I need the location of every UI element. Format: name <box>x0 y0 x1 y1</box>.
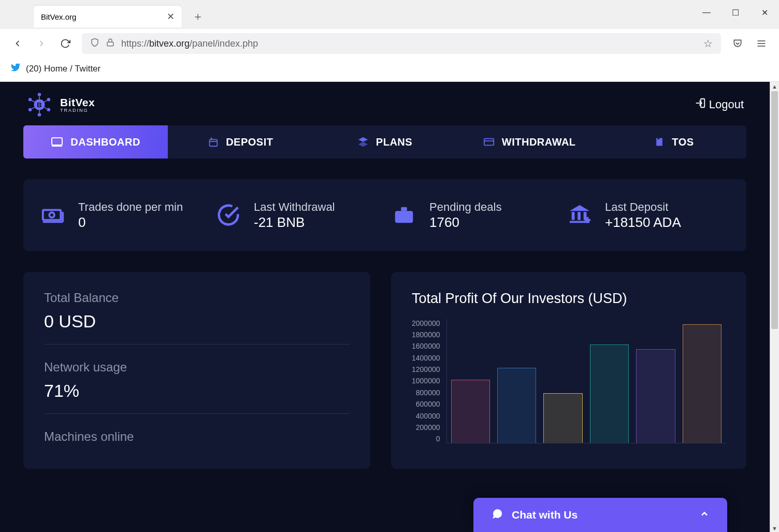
svg-rect-31 <box>43 210 61 220</box>
chat-widget[interactable]: Chat with Us <box>473 498 727 532</box>
svg-rect-38 <box>572 212 575 220</box>
bank-plus-icon <box>566 201 594 229</box>
total-balance-label: Total Balance <box>44 291 350 305</box>
svg-marker-37 <box>570 205 589 211</box>
scroll-down-icon[interactable]: ▼ <box>770 524 779 532</box>
svg-text:B: B <box>37 101 41 109</box>
chart-bar <box>451 380 490 443</box>
window-minimize-button[interactable]: — <box>692 0 721 25</box>
brand-name: BitVex <box>60 96 95 108</box>
nav-deposit[interactable]: DEPOSIT <box>168 125 312 159</box>
svg-point-7 <box>47 108 51 112</box>
brand-subtitle: TRADING <box>60 108 95 113</box>
nav-tos[interactable]: TOS <box>602 125 746 159</box>
svg-line-12 <box>44 100 47 102</box>
vertical-scrollbar[interactable]: ▲ ▼ <box>770 82 779 532</box>
shield-icon <box>90 38 99 50</box>
briefcase-icon <box>390 201 418 229</box>
scroll-thumb[interactable] <box>771 91 778 329</box>
tab-close-icon[interactable]: ✕ <box>167 11 175 22</box>
svg-line-16 <box>32 100 35 102</box>
pocket-icon[interactable] <box>730 36 745 51</box>
chart-bar <box>543 393 582 443</box>
logout-icon <box>695 97 706 112</box>
chart-bar <box>497 368 536 443</box>
machines-online-label: Machines online <box>44 429 350 444</box>
chart-title: Total Profit Of Our Investors (USD) <box>412 291 726 307</box>
menu-icon[interactable] <box>754 36 769 51</box>
stat-trades: Trades done per min 0 <box>39 200 204 231</box>
stat-last-deposit: Last Deposit +18150 ADA <box>566 200 731 231</box>
reload-button[interactable] <box>58 36 73 51</box>
network-usage-label: Network usage <box>44 360 350 375</box>
chart-bar <box>636 349 675 442</box>
money-icon <box>39 201 67 229</box>
lock-icon <box>106 38 115 50</box>
url-text: https://bitvex.org/panel/index.php <box>121 38 258 49</box>
window-close-button[interactable]: ✕ <box>750 0 779 25</box>
address-bar[interactable]: https://bitvex.org/panel/index.php ☆ <box>82 33 721 54</box>
svg-point-6 <box>47 98 51 102</box>
check-circle-icon <box>214 201 242 229</box>
svg-point-10 <box>28 98 32 102</box>
svg-marker-25 <box>358 137 368 142</box>
main-nav: DASHBOARD DEPOSIT PLANS WITHDRAWAL TOS <box>23 125 746 159</box>
document-icon <box>654 137 665 147</box>
svg-rect-21 <box>210 139 218 146</box>
forward-button[interactable] <box>34 36 49 51</box>
logo-icon: B <box>26 91 53 118</box>
svg-rect-0 <box>107 42 113 46</box>
total-balance-value: 0 USD <box>44 311 350 332</box>
stat-pending-deals: Pending deals 1760 <box>390 200 555 231</box>
nav-dashboard[interactable]: DASHBOARD <box>23 125 168 159</box>
nav-withdrawal[interactable]: WITHDRAWAL <box>457 125 602 159</box>
svg-rect-30 <box>658 137 659 139</box>
window-maximize-button[interactable]: ☐ <box>721 0 750 25</box>
svg-rect-35 <box>395 211 413 223</box>
svg-point-9 <box>28 108 32 112</box>
chart-bar <box>590 344 629 443</box>
deposit-icon <box>207 136 219 148</box>
svg-line-13 <box>44 107 47 109</box>
twitter-icon <box>10 62 21 75</box>
monitor-icon <box>51 136 63 148</box>
layers-icon <box>357 136 369 148</box>
page-content: B BitVex TRADING Logout DASHBOARD <box>0 82 770 532</box>
chart-bar <box>683 324 722 442</box>
svg-point-5 <box>38 93 41 96</box>
chart-plot <box>446 319 726 443</box>
svg-point-32 <box>49 212 54 218</box>
svg-rect-40 <box>584 212 587 220</box>
svg-rect-36 <box>401 207 407 211</box>
svg-line-15 <box>32 107 35 109</box>
stats-bar: Trades done per min 0 Last Withdrawal -2… <box>23 179 746 251</box>
svg-marker-26 <box>358 142 368 147</box>
tab-title: BitVex.org <box>41 12 76 21</box>
svg-point-8 <box>38 113 41 117</box>
brand-logo[interactable]: B BitVex TRADING <box>26 91 95 118</box>
card-icon <box>483 136 495 148</box>
svg-rect-27 <box>484 139 494 146</box>
svg-rect-19 <box>52 138 62 145</box>
chart-panel: Total Profit Of Our Investors (USD) 2000… <box>391 272 746 469</box>
logout-button[interactable]: Logout <box>695 97 744 112</box>
nav-plans[interactable]: PLANS <box>312 125 457 159</box>
svg-rect-41 <box>570 221 589 223</box>
chat-icon <box>491 508 503 523</box>
back-button[interactable] <box>10 36 25 51</box>
bookmark-link[interactable]: (20) Home / Twitter <box>26 64 100 74</box>
new-tab-button[interactable]: ＋ <box>192 9 204 24</box>
network-usage-value: 71% <box>44 381 350 401</box>
stat-last-withdrawal: Last Withdrawal -21 BNB <box>214 200 380 231</box>
bookmark-star-icon[interactable]: ☆ <box>703 37 713 50</box>
chart-y-axis: 2000000180000016000001400000120000010000… <box>412 319 440 443</box>
svg-rect-39 <box>578 212 581 220</box>
browser-tab[interactable]: BitVex.org ✕ <box>34 6 182 27</box>
balance-panel: Total Balance 0 USD Network usage 71% Ma… <box>23 272 370 469</box>
scroll-up-icon[interactable]: ▲ <box>770 82 779 91</box>
chevron-up-icon <box>699 509 710 522</box>
